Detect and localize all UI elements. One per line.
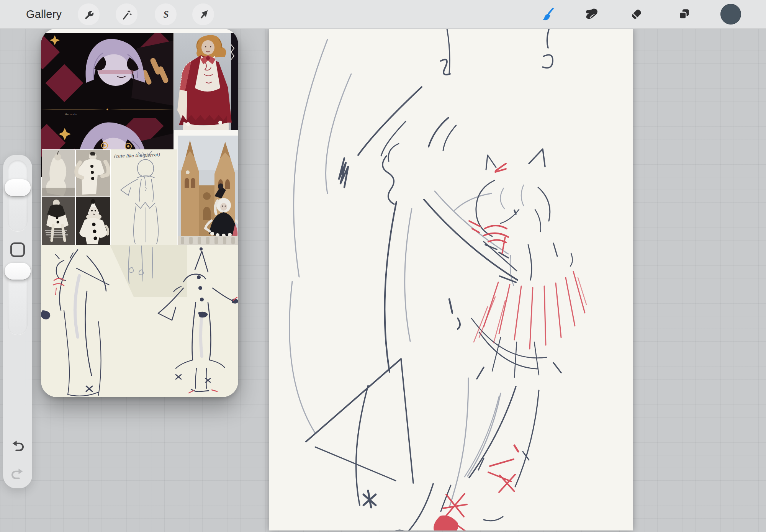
undo-icon <box>11 440 24 453</box>
transform-arrow-icon <box>198 9 209 20</box>
cathedral-jester-photo <box>178 136 238 245</box>
pierrot-ink-sketches <box>41 245 238 397</box>
paint-tool-button[interactable] <box>538 5 557 24</box>
magic-wand-icon <box>121 9 133 20</box>
color-swatch[interactable] <box>720 4 741 25</box>
svg-text:S: S <box>163 9 169 20</box>
undo-button[interactable] <box>11 440 24 453</box>
red-lolita-dress-photo <box>174 33 238 130</box>
brush-opacity-handle[interactable] <box>5 263 31 280</box>
procreate-workspace: ✦ He nods <box>0 0 766 532</box>
adjustments-button[interactable] <box>116 3 137 25</box>
transform-button[interactable] <box>192 3 214 25</box>
selection-button[interactable]: S <box>155 3 177 25</box>
reference-image-panel[interactable]: ✦ He nods <box>41 28 238 397</box>
redo-button[interactable] <box>11 468 24 481</box>
erase-tool-button[interactable] <box>627 5 646 24</box>
character-sketch-note: (cute like the pierrot) <box>111 149 177 245</box>
top-toolbar: Gallery S <box>0 0 766 29</box>
actions-button[interactable] <box>78 3 100 25</box>
eraser-icon <box>630 7 643 21</box>
paint-brush-icon <box>541 7 555 21</box>
redo-icon <box>11 468 24 481</box>
smudge-tool-button[interactable] <box>583 5 602 24</box>
wrench-icon <box>83 9 95 20</box>
layers-icon <box>677 7 691 21</box>
brush-size-handle[interactable] <box>5 179 31 196</box>
selection-s-icon: S <box>160 9 172 20</box>
sidebar-tool-panel <box>3 155 32 488</box>
gallery-button[interactable]: Gallery <box>26 0 62 29</box>
dialogue-caption-1: He nods <box>65 113 77 116</box>
layers-button[interactable] <box>674 5 694 24</box>
smudge-icon <box>585 7 599 21</box>
gesture-sketch <box>269 29 633 530</box>
gold-divider: ✦ <box>41 108 173 111</box>
drawing-canvas[interactable] <box>269 29 633 530</box>
divider-star-icon: ✦ <box>105 108 110 111</box>
modify-button[interactable] <box>10 242 25 257</box>
pierrot-photo-grid <box>42 149 111 245</box>
